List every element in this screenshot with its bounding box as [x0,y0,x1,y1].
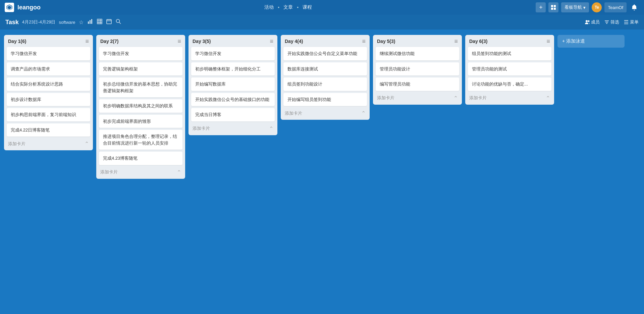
avatar[interactable]: Te [592,2,602,12]
add-card-button-day6[interactable]: 添加卡片 [469,95,487,101]
column-title-day6: Day 6(3) [469,39,487,44]
card-day3-3[interactable]: 开始实践微信公众号的基础接口的功能 [191,93,275,106]
column-menu-day6[interactable]: ≡ [546,38,550,44]
card-day5-2[interactable]: 编写管理员功能 [376,77,459,91]
collapse-button-day6[interactable]: ⌃ [546,95,550,101]
add-card-button-day3[interactable]: 添加卡片 [193,125,210,132]
card-day1-4[interactable]: 初步构思前端界面，复习前端知识 [7,108,90,121]
menu-button[interactable]: 菜单 [624,19,639,25]
calendar-icon[interactable] [106,19,112,25]
project-tag: software [59,20,75,25]
top-navigation: leangoo 活动 • 文章 • 课程 + 看板导航 ▾ Te TeamOf [0,0,644,15]
card-day4-2[interactable]: 组员签到功能设计 [283,77,367,91]
add-button[interactable]: + [536,2,546,12]
chart-icon[interactable] [88,19,93,25]
members-label: 成员 [591,19,600,25]
card-day2-0[interactable]: 学习微信开发 [99,47,182,60]
filter-button[interactable]: 筛选 [604,19,619,25]
card-day1-1[interactable]: 调查产品的市场需求 [7,62,90,76]
board-nav-button[interactable]: 看板导航 ▾ [561,2,589,12]
collapse-button-day2[interactable]: ⌃ [177,169,181,175]
add-card-row-day6: 添加卡片 ⌃ [465,93,554,102]
column-title-day5: Day 5(3) [377,39,395,44]
board-nav-arrow: ▾ [583,5,586,10]
column-title-day3: Day 3(5) [193,39,211,44]
card-day2-6[interactable]: 完成4.23博客随笔 [99,152,182,165]
sub-header: Task 4月23日-4月29日 software ☆ 成员 筛选 [0,15,644,30]
sub-header-icons: ☆ [79,19,121,25]
column-day4: Day 4(4) ≡ 开始实践微信公众号自定义菜单功能数据库连接测试组员签到功能… [281,35,370,120]
card-day6-0[interactable]: 组员签到功能的测试 [468,47,551,60]
column-day2: Day 2(7) ≡ 学习微信开发完善逻辑架构框架初步总结微信开发的基本思想，协… [96,35,185,179]
nav-link-activities[interactable]: 活动 [264,4,274,10]
collapse-button-day3[interactable]: ⌃ [269,125,273,132]
board-area: Day 1(6) ≡ 学习微信开发调查产品的市场需求结合实际分析系统设计思路初步… [0,30,644,314]
card-day1-5[interactable]: 完成4.22日博客随笔 [7,123,90,137]
bell-button[interactable] [629,2,639,12]
sub-header-left: Task 4月23日-4月29日 software ☆ [5,19,121,26]
logo-text: leangoo [17,4,41,11]
svg-rect-7 [90,20,91,24]
card-day1-3[interactable]: 初步设计数据库 [7,93,90,106]
nav-dot-1: • [278,5,279,10]
card-day2-1[interactable]: 完善逻辑架构框架 [99,62,182,76]
svg-rect-5 [554,8,556,10]
card-day3-4[interactable]: 完成当日博客 [191,108,275,121]
card-day2-4[interactable]: 初步完成前端界面的雏形 [99,115,182,128]
svg-rect-9 [97,19,102,24]
column-day3: Day 3(5) ≡ 学习微信开发初步明确整体框架，开始细化分工开始编写数据库开… [189,35,277,135]
collapse-button-day5[interactable]: ⌃ [453,95,458,101]
collapse-button-day4[interactable]: ⌃ [361,110,366,116]
team-button[interactable]: TeamOf [604,2,627,12]
card-day2-3[interactable]: 初步明确数据库结构及其之间的联系 [99,99,182,113]
add-card-button-day5[interactable]: 添加卡片 [377,95,394,101]
nav-link-articles[interactable]: 文章 [283,4,293,10]
star-icon[interactable]: ☆ [79,19,84,25]
card-day3-0[interactable]: 学习微信开发 [191,47,275,60]
add-card-row-day5: 添加卡片 ⌃ [373,93,462,102]
menu-label: 菜单 [630,19,639,25]
grid-button[interactable] [548,2,558,12]
search-icon[interactable] [116,19,121,25]
nav-right: + 看板导航 ▾ Te TeamOf [536,2,639,12]
card-day1-0[interactable]: 学习微信开发 [7,47,90,60]
collapse-button-day1[interactable]: ⌃ [85,141,89,147]
add-card-button-day1[interactable]: 添加卡片 [8,141,25,147]
column-menu-day1[interactable]: ≡ [85,38,89,44]
add-card-button-day4[interactable]: 添加卡片 [285,110,302,116]
members-button[interactable]: 成员 [585,19,600,25]
column-menu-day3[interactable]: ≡ [270,38,273,44]
column-menu-day2[interactable]: ≡ [177,38,181,44]
card-day2-2[interactable]: 初步总结微信开发的基本思想，协助完善逻辑架构框架 [99,77,182,97]
card-day4-3[interactable]: 开始编写组员签到功能 [283,93,367,106]
board-nav-label: 看板导航 [565,4,582,10]
card-day3-1[interactable]: 初步明确整体框架，开始细化分工 [191,62,275,76]
card-day6-1[interactable]: 管理员功能的测试 [468,62,551,76]
column-menu-day5[interactable]: ≡ [454,38,458,44]
nav-dot-2: • [297,5,299,10]
card-day2-5[interactable]: 推进项目角色合理分配，整理记录，结合目前情况进行新一轮的人员安排 [99,130,182,150]
card-day4-1[interactable]: 数据库连接测试 [283,62,367,76]
column-menu-day4[interactable]: ≡ [362,38,366,44]
grid-view-icon[interactable] [97,19,102,25]
svg-point-18 [116,19,119,23]
column-header-day2: Day 2(7) ≡ [96,35,185,47]
card-day1-2[interactable]: 结合实际分析系统设计思路 [7,77,90,91]
add-card-button-day2[interactable]: 添加卡片 [100,169,118,175]
card-day3-2[interactable]: 开始编写数据库 [191,77,275,91]
sub-header-right: 成员 筛选 菜单 [585,19,639,25]
card-day5-0[interactable]: 继续测试微信功能 [376,47,459,60]
logo-icon [5,3,14,12]
column-day5: Day 5(3) ≡ 继续测试微信功能管理员功能设计编写管理员功能 添加卡片 ⌃ [373,35,462,105]
svg-rect-14 [107,19,111,24]
card-day4-0[interactable]: 开始实践微信公众号自定义菜单功能 [283,47,367,60]
page-title: Task [5,19,19,26]
add-lane-button[interactable]: + 添加泳道 [557,35,625,48]
card-day6-2[interactable]: 讨论功能的优缺与否，确定... [468,77,551,91]
card-day5-1[interactable]: 管理员功能设计 [376,62,459,76]
column-header-day6: Day 6(3) ≡ [465,35,554,47]
svg-rect-6 [88,21,89,24]
add-card-row-day3: 添加卡片 ⌃ [189,123,277,133]
svg-rect-3 [554,5,556,7]
nav-link-courses[interactable]: 课程 [303,4,312,10]
